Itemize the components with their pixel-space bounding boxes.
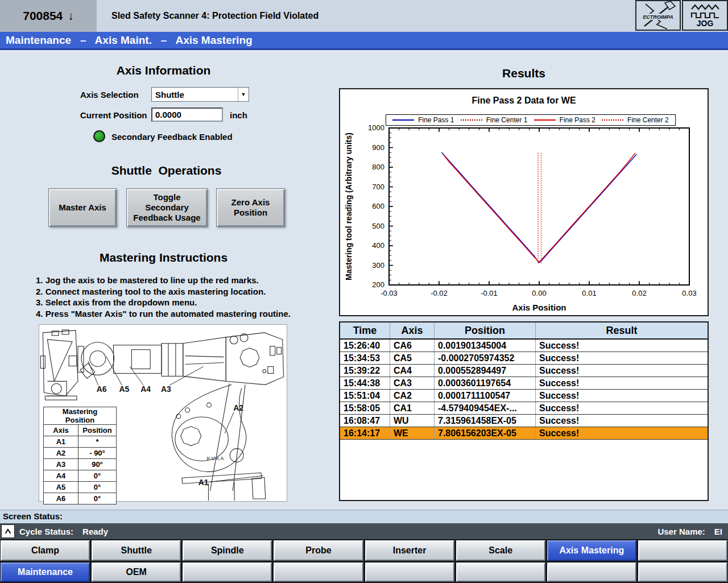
results-header-cell: Result bbox=[536, 322, 708, 338]
svg-text:800: 800 bbox=[372, 163, 384, 171]
nav-button-spindle[interactable]: Spindle bbox=[183, 540, 272, 561]
jog-mode-indicator: JOG bbox=[682, 0, 728, 31]
svg-text:-0.02: -0.02 bbox=[431, 289, 448, 297]
instruction-step: 3. Select axis from the dropdown menu. bbox=[36, 297, 291, 308]
jog-label: JOG bbox=[697, 19, 714, 28]
legend-label: Fine Pass 1 bbox=[418, 116, 454, 124]
top-header-bar: 700854 ↓ Sled Safety Scanner 4: Protecti… bbox=[0, 0, 728, 32]
nav-button-axis-mastering[interactable]: Axis Mastering bbox=[547, 540, 636, 561]
operations-title: Shuttle Operations bbox=[54, 164, 279, 177]
expand-status-button[interactable] bbox=[1, 524, 15, 538]
svg-text:300: 300 bbox=[372, 261, 384, 270]
mastering-chart-panel: Fine Pass 2 Data for WE Fine Pass 1Fine … bbox=[339, 88, 709, 316]
results-cell: 16:14:17 bbox=[340, 427, 390, 439]
nav-button-scale[interactable]: Scale bbox=[456, 540, 545, 561]
operation-button-toggle-secondary-feedback-usage[interactable]: Toggle Secondary Feedback Usage bbox=[126, 188, 208, 227]
results-cell: Success! bbox=[536, 415, 708, 427]
current-position-unit: inch bbox=[230, 110, 247, 120]
svg-text:900: 900 bbox=[372, 143, 384, 152]
legend-line-sample bbox=[461, 119, 482, 121]
mastering-table-cell: A3 bbox=[44, 459, 78, 470]
program-number-dropdown[interactable]: 700854 ↓ bbox=[0, 0, 97, 32]
cycle-status-value: Ready bbox=[82, 527, 108, 536]
results-cell: Success! bbox=[536, 402, 708, 414]
results-title: Results bbox=[430, 67, 618, 80]
mastering-table-cell: 0° bbox=[78, 493, 117, 505]
nav-button-empty[interactable] bbox=[274, 563, 363, 582]
down-arrow-icon: ↓ bbox=[68, 9, 74, 23]
nav-button-empty[interactable] bbox=[365, 563, 454, 582]
results-cell: CA3 bbox=[390, 377, 435, 389]
svg-text:0.03: 0.03 bbox=[682, 289, 696, 297]
nav-button-empty[interactable] bbox=[547, 563, 636, 582]
mastering-table-row: A1* bbox=[44, 436, 117, 448]
svg-text:Mastering tool reading (Arbitr: Mastering tool reading (Arbitrary units) bbox=[344, 133, 353, 280]
chart-plot: -0.03-0.02-0.010.000.010.020.03200300400… bbox=[340, 125, 708, 314]
nav-button-maintenance[interactable]: Maintenance bbox=[1, 563, 90, 582]
logo-text: ECTROIMPA bbox=[643, 14, 673, 20]
legend-item: Fine Center 1 bbox=[461, 116, 528, 124]
results-cell: Success! bbox=[536, 427, 708, 439]
table-row[interactable]: 16:08:47WU7.315961458EX-05Success! bbox=[340, 415, 708, 427]
svg-text:0.00: 0.00 bbox=[532, 289, 546, 297]
nav-button-empty[interactable] bbox=[638, 540, 727, 561]
table-row[interactable]: 15:58:05CA1-4.579409454EX-...Success! bbox=[340, 402, 708, 415]
table-row[interactable]: 15:44:38CA30.0003601197654Success! bbox=[340, 377, 708, 390]
crossed-tools-icon: ECTROIMPA bbox=[636, 1, 680, 30]
axis-selection-dropdown[interactable]: Shuttle ▼ bbox=[151, 87, 249, 102]
mastering-table-row: A60° bbox=[44, 493, 117, 505]
table-row[interactable]: 15:39:22CA40.000552894497Success! bbox=[340, 365, 708, 377]
results-cell: CA6 bbox=[390, 340, 435, 352]
nav-button-empty[interactable] bbox=[456, 563, 545, 582]
robot-brand: KUKA bbox=[207, 456, 225, 461]
svg-text:600: 600 bbox=[372, 202, 384, 210]
operation-button-master-axis[interactable]: Master Axis bbox=[48, 188, 117, 227]
results-cell: 15:34:53 bbox=[340, 352, 390, 364]
nav-button-probe[interactable]: Probe bbox=[274, 540, 363, 561]
current-position-field[interactable]: 0.0000 bbox=[151, 107, 223, 122]
results-cell: 15:44:38 bbox=[340, 377, 390, 389]
results-cell: Success! bbox=[536, 390, 708, 402]
joint-label-a5: A5 bbox=[119, 384, 130, 394]
mastering-table-row: A50° bbox=[44, 482, 117, 493]
results-header-cell: Axis bbox=[390, 322, 435, 338]
results-cell: CA2 bbox=[390, 390, 435, 402]
table-row[interactable]: 16:14:17WE7.806156203EX-05Success! bbox=[340, 427, 708, 440]
table-row[interactable]: 15:51:04CA20.0001711100547Success! bbox=[340, 390, 708, 402]
breadcrumb: Maintenance – Axis Maint. – Axis Masteri… bbox=[0, 32, 728, 50]
instructions-list: 1. Jog the axis to be mastered to line u… bbox=[36, 275, 291, 319]
chart-title: Fine Pass 2 Data for WE bbox=[340, 96, 708, 106]
nav-button-empty[interactable] bbox=[638, 563, 727, 582]
nav-button-shuttle[interactable]: Shuttle bbox=[92, 540, 181, 561]
results-cell: 15:26:40 bbox=[340, 340, 390, 352]
mastering-table-cell: 0° bbox=[78, 470, 117, 482]
table-row[interactable]: 15:26:40CA60.001901345004Success! bbox=[340, 340, 708, 352]
results-cell: WU bbox=[390, 415, 435, 427]
svg-text:400: 400 bbox=[372, 241, 384, 250]
mastering-table-title: Mastering Position bbox=[44, 407, 117, 425]
nav-button-oem[interactable]: OEM bbox=[92, 563, 181, 582]
legend-line-sample bbox=[534, 119, 556, 121]
screen-status-bar: Screen Status: bbox=[0, 510, 728, 523]
svg-text:-0.01: -0.01 bbox=[481, 289, 498, 297]
results-cell: Success! bbox=[536, 340, 708, 352]
axis-information-title: Axis Information bbox=[54, 64, 273, 77]
legend-label: Fine Center 1 bbox=[486, 116, 528, 124]
program-number: 700854 bbox=[23, 9, 63, 23]
mastering-table-cell: A1 bbox=[44, 436, 78, 448]
axis-selection-value: Shuttle bbox=[152, 90, 238, 100]
nav-button-clamp[interactable]: Clamp bbox=[1, 540, 90, 561]
svg-text:200: 200 bbox=[372, 280, 384, 289]
results-cell: 15:39:22 bbox=[340, 365, 390, 377]
table-row[interactable]: 15:34:53CA5-0.0002705974352Success! bbox=[340, 352, 708, 365]
company-logo: ECTROIMPA bbox=[635, 0, 681, 31]
chevron-down-icon[interactable]: ▼ bbox=[238, 88, 249, 101]
results-cell: 0.0001711100547 bbox=[435, 390, 536, 402]
legend-item: Fine Pass 2 bbox=[534, 116, 595, 124]
nav-button-empty[interactable] bbox=[183, 563, 272, 582]
mastering-table-cell: - 90° bbox=[78, 448, 117, 459]
results-cell: 15:58:05 bbox=[340, 402, 390, 414]
legend-line-sample bbox=[602, 119, 623, 121]
operation-button-zero-axis-position[interactable]: Zero Axis Position bbox=[216, 188, 285, 227]
nav-button-inserter[interactable]: Inserter bbox=[365, 540, 454, 561]
